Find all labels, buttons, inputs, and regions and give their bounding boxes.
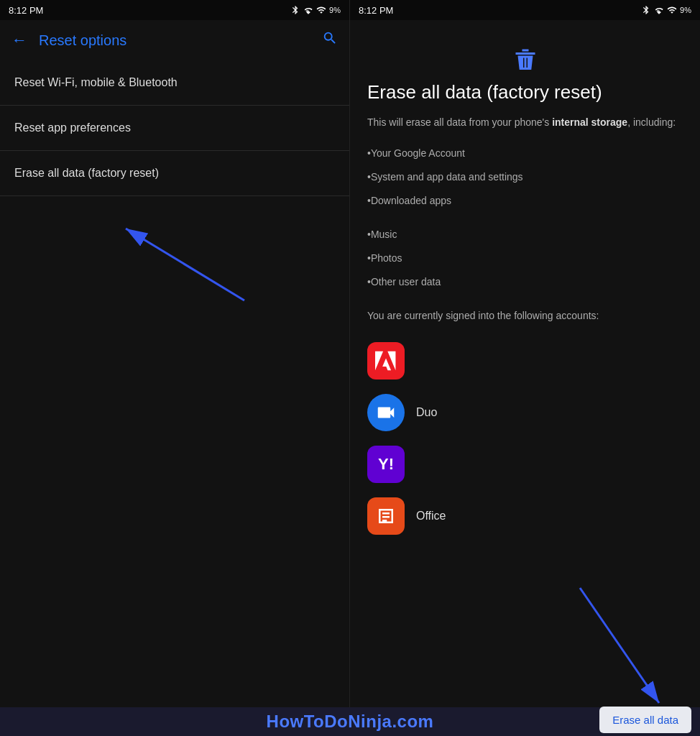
bullet-system: •System and app data and settings bbox=[367, 165, 683, 189]
signed-in-text: You are currently signed into the follow… bbox=[367, 308, 683, 323]
menu-item-app-prefs[interactable]: Reset app preferences bbox=[0, 106, 349, 151]
account-yahoo: Y! bbox=[367, 438, 683, 490]
account-duo: Duo bbox=[367, 387, 683, 438]
battery-left: 9% bbox=[329, 6, 341, 14]
toolbar: ← Reset options bbox=[0, 20, 349, 60]
adobe-icon bbox=[367, 342, 405, 380]
account-office: Office bbox=[367, 490, 683, 542]
menu-item-wifi[interactable]: Reset Wi-Fi, mobile & Bluetooth bbox=[0, 60, 349, 106]
status-icons-right: 9% bbox=[641, 5, 691, 15]
duo-label: Duo bbox=[416, 406, 437, 419]
status-bars: 8:12 PM 9% 8:12 PM 9% bbox=[0, 0, 700, 20]
right-content: Erase all data (factory reset) This will… bbox=[350, 20, 700, 542]
bullet-music: •Music bbox=[367, 223, 683, 247]
status-icons-left: 9% bbox=[290, 5, 341, 15]
bullet-google: •Your Google Account bbox=[367, 142, 683, 165]
panels-wrapper: ← Reset options Reset Wi-Fi, mobile & Bl… bbox=[0, 20, 700, 707]
office-label: Office bbox=[416, 510, 446, 523]
yahoo-icon: Y! bbox=[367, 446, 405, 483]
back-button[interactable]: ← bbox=[11, 31, 27, 50]
office-icon bbox=[367, 497, 405, 535]
account-adobe bbox=[367, 335, 683, 387]
time-right: 8:12 PM bbox=[359, 5, 393, 16]
erase-description: This will erase all data from your phone… bbox=[367, 115, 683, 130]
erase-all-data-button[interactable]: Erase all data bbox=[599, 707, 691, 733]
left-panel: ← Reset options Reset Wi-Fi, mobile & Bl… bbox=[0, 20, 350, 707]
status-bar-left: 8:12 PM 9% bbox=[0, 0, 350, 20]
bottom-bar: HowToDoNinja.com Erase all data bbox=[0, 707, 700, 736]
search-icon[interactable] bbox=[322, 30, 338, 50]
erase-title: Erase all data (factory reset) bbox=[367, 80, 683, 105]
battery-right: 9% bbox=[680, 6, 691, 14]
menu-item-factory-reset[interactable]: Erase all data (factory reset) bbox=[0, 151, 349, 196]
page-title: Reset options bbox=[39, 32, 310, 49]
bullet-photos: •Photos bbox=[367, 247, 683, 270]
right-panel[interactable]: Erase all data (factory reset) This will… bbox=[350, 20, 700, 707]
trash-icon bbox=[367, 34, 683, 80]
bullet-list: •Your Google Account •System and app dat… bbox=[367, 142, 683, 294]
watermark: HowToDoNinja.com bbox=[267, 712, 434, 732]
bullet-userdata: •Other user data bbox=[367, 270, 683, 294]
status-bar-right: 8:12 PM 9% bbox=[350, 0, 700, 20]
time-left: 8:12 PM bbox=[9, 5, 43, 16]
bullet-apps: •Downloaded apps bbox=[367, 189, 683, 213]
duo-icon bbox=[367, 394, 405, 431]
